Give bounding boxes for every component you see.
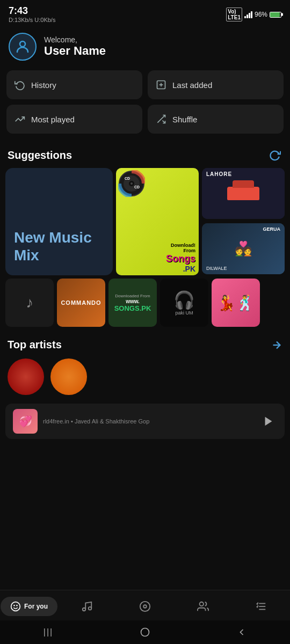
for-you-label: For you: [24, 603, 48, 610]
mini-player-source: rld4free.in • Javed Ali & Shakthisree Go…: [43, 418, 255, 425]
album-nav-icon: [139, 601, 151, 612]
history-button[interactable]: History: [6, 70, 142, 99]
shuffle-label: Shuffle: [172, 115, 197, 124]
status-left: 7:43 D:13Kb/s U:0Kb/s: [9, 5, 55, 23]
top-artists-title: Top artists: [8, 339, 62, 351]
lahore-text: LAHORE: [206, 171, 232, 177]
www-label: www.: [126, 298, 140, 304]
refresh-button[interactable]: [267, 148, 282, 163]
svg-point-16: [16, 605, 18, 606]
music-note-thumb[interactable]: ♪: [5, 279, 54, 327]
back-button[interactable]: [230, 620, 253, 644]
headphones-icon: 🎧: [173, 290, 195, 310]
trending-icon: [14, 113, 26, 125]
svg-rect-25: [141, 628, 149, 636]
songs-pk-card[interactable]: CD CD Download! From Songs .PK: [116, 168, 199, 275]
most-played-label: Most played: [31, 115, 75, 124]
svg-marker-13: [265, 417, 272, 426]
svg-point-15: [13, 605, 15, 606]
nav-albums[interactable]: [116, 598, 174, 614]
cd-icon: CD CD: [118, 170, 145, 197]
svg-point-9: [130, 182, 133, 185]
history-label: History: [31, 80, 56, 90]
nav-for-you[interactable]: For you: [0, 595, 58, 618]
album-row: ♪ COMMANDO Downloaded From www. SONGS.PK…: [0, 275, 290, 332]
top-artists-arrow[interactable]: [271, 339, 282, 351]
downloaded-thumb[interactable]: Downloaded From www. SONGS.PK: [108, 279, 157, 327]
commando-label: COMMANDO: [61, 299, 101, 306]
gerua-text: GERUA: [263, 226, 280, 232]
commando-thumb[interactable]: COMMANDO: [57, 279, 105, 327]
home-icon: [140, 627, 150, 638]
mini-play-button[interactable]: [260, 413, 277, 430]
pakium-label: paki UM: [175, 310, 193, 316]
downloaded-from-label: Downloaded From: [115, 294, 150, 298]
dilwale-card[interactable]: 💑 GERUA DILWALE: [202, 223, 285, 274]
signal-bars: [244, 11, 252, 18]
face-icon: [10, 601, 21, 612]
nav-artists[interactable]: [174, 598, 232, 614]
quick-actions: History Last added Most played: [0, 70, 290, 139]
bottom-nav: For you: [0, 590, 290, 620]
suggestions-grid: New Music Mix LAHORE CD CD Download: [0, 168, 290, 275]
svg-point-14: [11, 602, 20, 611]
pink-dancers-thumb[interactable]: 💃🕺: [212, 279, 260, 327]
artist-circle-1[interactable]: [8, 358, 44, 395]
download-label: Download!: [171, 243, 195, 248]
time-display: 7:43: [9, 5, 55, 17]
suggestions-header: Suggestions: [0, 139, 290, 168]
from-label: From: [184, 248, 196, 253]
avatar[interactable]: [9, 33, 37, 61]
svg-point-20: [143, 605, 147, 608]
svg-point-0: [20, 41, 25, 47]
lahore-card[interactable]: LAHORE: [202, 168, 285, 219]
artist-circle-2[interactable]: [50, 358, 87, 395]
mix-title: New Music Mix: [14, 229, 104, 265]
network-speed: D:13Kb/s U:0Kb/s: [9, 17, 55, 23]
mini-player-art: 💞: [13, 409, 38, 434]
last-added-icon: [155, 79, 167, 91]
username-text: User Name: [44, 44, 106, 58]
songs-pk-label-2: SONGS.PK: [114, 304, 151, 312]
svg-point-18: [89, 607, 92, 610]
status-right: Vo)LTE1 96%: [226, 5, 281, 21]
svg-point-17: [83, 608, 86, 611]
svg-text:CD: CD: [125, 177, 130, 180]
music-note-icon: ♪: [26, 294, 33, 311]
most-played-button[interactable]: Most played: [6, 105, 142, 134]
system-nav: |||: [0, 620, 290, 644]
user-icon: [15, 39, 31, 55]
recent-apps-icon: |||: [44, 627, 53, 637]
history-icon: [14, 79, 26, 91]
last-added-button[interactable]: Last added: [148, 70, 284, 99]
suggestions-title: Suggestions: [8, 149, 72, 162]
queue-nav-icon: [255, 601, 267, 612]
artist-strip: [0, 355, 290, 399]
svg-point-21: [200, 602, 204, 606]
nav-songs[interactable]: [58, 598, 116, 614]
music-note-nav-icon: [81, 601, 93, 612]
user-section: Welcome, User Name: [0, 25, 290, 70]
back-icon: [236, 627, 247, 638]
shuffle-button[interactable]: Shuffle: [148, 105, 284, 134]
dilwale-text: DILWALE: [206, 266, 227, 271]
mini-player[interactable]: 💞 rld4free.in • Javed Ali & Shakthisree …: [5, 404, 285, 439]
last-added-label: Last added: [172, 80, 212, 90]
shuffle-icon: [155, 113, 167, 125]
battery-icon: [270, 12, 281, 18]
svg-point-19: [140, 602, 150, 611]
status-bar: 7:43 D:13Kb/s U:0Kb/s Vo)LTE1 96%: [0, 0, 290, 25]
new-music-mix-card[interactable]: New Music Mix: [5, 168, 113, 275]
artist-nav-icon: [197, 601, 209, 612]
songs-label: Songs: [166, 253, 195, 265]
pakium-thumb[interactable]: 🎧 paki UM: [160, 279, 208, 327]
home-button[interactable]: [133, 620, 157, 644]
user-info: Welcome, User Name: [44, 35, 106, 58]
svg-text:CD: CD: [134, 185, 140, 189]
nav-queue[interactable]: [232, 598, 290, 614]
top-artists-header: Top artists: [0, 332, 290, 355]
welcome-text: Welcome,: [44, 35, 106, 44]
recent-apps-button[interactable]: |||: [37, 620, 60, 644]
mini-player-info: rld4free.in • Javed Ali & Shakthisree Go…: [43, 418, 255, 425]
dancers-icon: 💃🕺: [212, 279, 260, 327]
